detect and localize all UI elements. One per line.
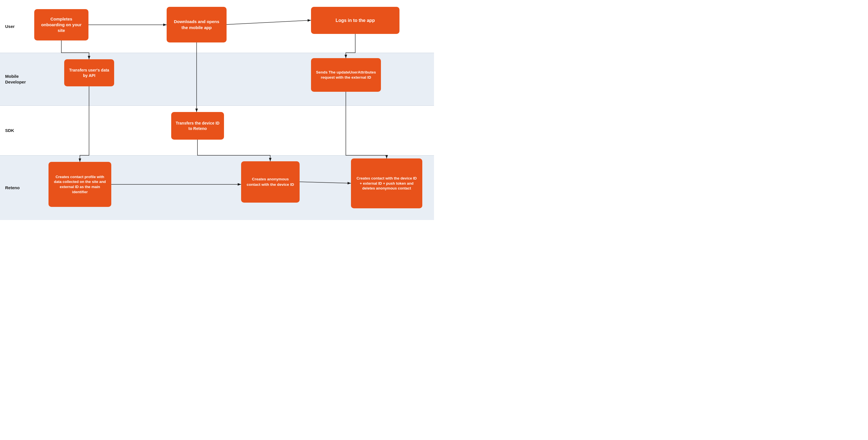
lane-label-user: User: [0, 0, 30, 53]
box-logs-in: Logs in to the app: [311, 7, 400, 34]
box-creates-final-contact: Creates contact with the device ID + ext…: [351, 159, 422, 208]
lane-label-reteno: Reteno: [0, 155, 30, 220]
diagram-container: User Mobile Developer SDK Reteno Complet…: [0, 0, 434, 220]
box-completes-onboarding: Completes onboarding on your site: [34, 9, 89, 40]
divider-3: [0, 155, 434, 156]
box-creates-contact-profile: Creates contact profile with data collec…: [49, 162, 111, 207]
box-creates-anonymous: Creates anonymous contact with the devic…: [241, 161, 300, 203]
box-sends-update: Sends The updateUserAttributes request w…: [311, 58, 381, 92]
lane-label-mobile: Mobile Developer: [0, 53, 30, 105]
box-transfers-device-id: Transfers the device ID to Reteno: [171, 112, 224, 140]
divider-2: [0, 105, 434, 106]
lane-label-sdk: SDK: [0, 105, 30, 155]
box-transfers-data: Transfers user's data by API: [64, 59, 114, 86]
box-downloads-opens: Downloads and opens the mobile app: [167, 7, 226, 42]
